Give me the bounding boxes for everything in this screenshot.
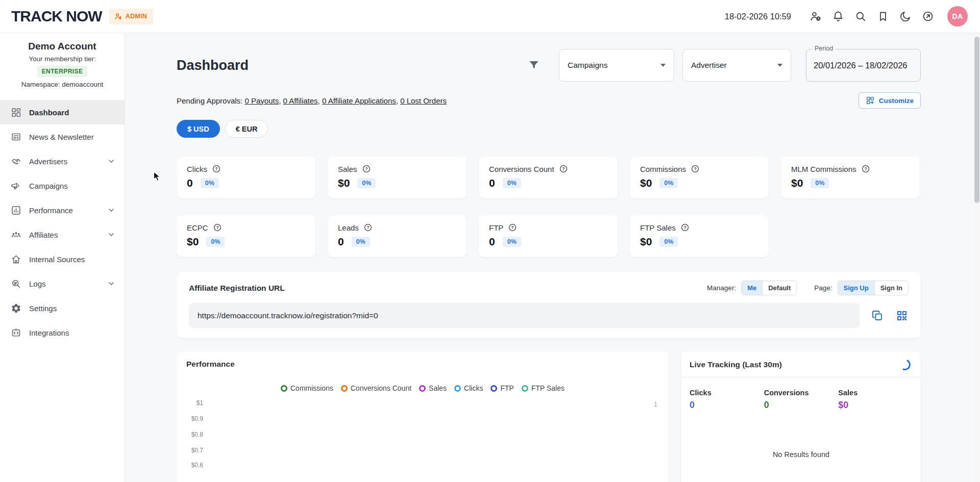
admin-badge-label: ADMIN: [126, 13, 147, 20]
sidebar-item-campaigns[interactable]: Campaigns: [0, 173, 125, 198]
filter-icon[interactable]: [527, 59, 541, 72]
svg-text:?: ?: [216, 225, 218, 230]
sidebar-item-performance[interactable]: Performance: [0, 198, 125, 222]
help-icon[interactable]: ?: [691, 164, 700, 173]
y-axis-tick: $1: [180, 399, 203, 407]
app-logo: TRACK NOW: [11, 8, 102, 25]
help-icon[interactable]: ?: [861, 164, 870, 173]
help-icon[interactable]: ?: [508, 223, 517, 232]
currency-usd-button[interactable]: $ USD: [177, 120, 220, 138]
sidebar-item-logs[interactable]: Logs: [0, 271, 125, 296]
legend-item-conversions-count[interactable]: Conversions Count: [341, 384, 411, 392]
stat-delta-badge: 0%: [811, 178, 829, 188]
registration-url-input[interactable]: [189, 303, 860, 328]
sidebar-item-news-newsletter[interactable]: News & Newsletter: [0, 124, 125, 149]
pending-link-lost-orders[interactable]: 0 Lost Orders: [400, 96, 447, 105]
stat-card-commissions: Commissions? $00%: [630, 157, 769, 198]
campaigns-select[interactable]: Campaigns: [559, 49, 674, 82]
svg-text:?: ?: [694, 167, 696, 171]
stat-label: MLM Commissions: [791, 165, 856, 173]
performance-card: Performance Commissions Conversions Coun…: [177, 351, 669, 482]
help-icon[interactable]: ?: [680, 223, 690, 232]
help-icon[interactable]: ?: [559, 164, 568, 173]
page-title: Dashboard: [177, 58, 527, 73]
stat-label: Leads: [338, 223, 359, 232]
stat-delta-badge: 0%: [503, 237, 521, 247]
sidebar-item-advertisers[interactable]: Advertisers: [0, 149, 125, 173]
account-name: Demo Account: [0, 41, 125, 52]
chevron-down-icon: [107, 206, 115, 214]
stat-delta-badge: 0%: [659, 237, 678, 247]
y-axis-tick: $0.8: [180, 431, 203, 438]
live-col-clicks: Clicks 0: [690, 389, 764, 411]
stat-value: $0: [640, 177, 652, 189]
admin-person-lock-icon: [114, 12, 122, 21]
sidebar-item-internal-sources[interactable]: Internal Sources: [0, 247, 125, 271]
sidebar-item-dashboard[interactable]: Dashboard: [0, 100, 125, 124]
caret-down-icon: [777, 64, 782, 67]
help-icon[interactable]: ?: [362, 164, 371, 173]
page-label: Page:: [814, 284, 832, 292]
help-icon[interactable]: ?: [212, 164, 221, 173]
bar-chart-icon: [10, 205, 21, 216]
qr-code-icon[interactable]: [895, 309, 909, 322]
language-icon[interactable]: [922, 10, 934, 22]
legend-item-sales[interactable]: Sales: [419, 384, 447, 392]
pending-link-affiliates[interactable]: 0 Affiliates: [283, 96, 318, 105]
manager-toggle: Me Default: [741, 281, 797, 295]
manager-me-option[interactable]: Me: [742, 281, 762, 295]
notifications-icon[interactable]: [832, 10, 844, 22]
currency-eur-button[interactable]: € EUR: [225, 120, 268, 138]
svg-text:?: ?: [562, 167, 565, 171]
svg-text:?: ?: [683, 225, 686, 230]
gear-icon: [10, 302, 21, 314]
handshake-icon: [10, 156, 21, 167]
pending-prefix: Pending Approvals:: [177, 96, 244, 105]
stat-card-ftp: FTP? 00%: [479, 215, 618, 257]
legend-item-commissions[interactable]: Commissions: [281, 384, 333, 392]
legend-item-ftp[interactable]: FTP: [491, 384, 513, 392]
sidebar-item-settings[interactable]: Settings: [0, 296, 125, 320]
stat-delta-badge: 0%: [659, 178, 678, 188]
legend-item-clicks[interactable]: Clicks: [454, 384, 483, 392]
bookmark-icon[interactable]: [877, 10, 889, 22]
performance-chart: $1 $0.9 $0.8 $0.7 $0.6 1: [177, 396, 669, 482]
page-signin-option[interactable]: Sign In: [874, 281, 908, 295]
advertiser-select[interactable]: Advertiser: [682, 49, 791, 82]
datetime: 18-02-2026 10:59: [725, 12, 791, 21]
manager-label: Manager:: [707, 284, 736, 292]
avatar[interactable]: DA: [947, 6, 968, 27]
stat-label: Clicks: [187, 165, 207, 173]
stat-value: 0: [489, 236, 495, 248]
copy-icon[interactable]: [871, 309, 884, 322]
legend-item-ftp-sales[interactable]: FTP Sales: [522, 384, 565, 392]
live-col-conversions: Conversions 0: [764, 389, 839, 411]
stat-value: 0: [489, 177, 495, 189]
sidebar-item-affiliates[interactable]: Affiliates: [0, 222, 125, 247]
pending-link-affiliate-applications[interactable]: 0 Affiliate Applications: [322, 96, 396, 105]
manager-default-option[interactable]: Default: [762, 281, 796, 295]
stat-card-leads: Leads? 00%: [328, 215, 467, 257]
logs-search-icon: [10, 278, 21, 289]
stat-value: 0: [338, 236, 344, 248]
page-signup-option[interactable]: Sign Up: [838, 281, 874, 295]
sidebar-item-integrations[interactable]: Integrations: [0, 320, 125, 345]
loading-spinner-icon: [898, 358, 912, 372]
chevron-down-icon: [107, 280, 115, 288]
stat-delta-badge: 0%: [206, 237, 225, 247]
svg-text:?: ?: [864, 167, 867, 171]
y-axis-tick: $0.7: [180, 447, 203, 454]
period-field[interactable]: Period 20/01/2026 – 18/02/2026: [806, 49, 921, 82]
help-icon[interactable]: ?: [213, 223, 222, 232]
manage-accounts-icon[interactable]: [810, 10, 822, 22]
stat-delta-badge: 0%: [503, 178, 521, 188]
dark-mode-icon[interactable]: [899, 10, 912, 22]
search-icon[interactable]: [854, 10, 867, 22]
scrollbar-thumb[interactable]: [974, 37, 979, 203]
help-icon[interactable]: ?: [363, 223, 373, 232]
pending-link-payouts[interactable]: 0 Payouts: [244, 96, 279, 105]
tier-badge: ENTERPRISE: [37, 66, 88, 77]
chevron-down-icon: [107, 231, 115, 239]
chart-legend: Commissions Conversions Count Sales Clic…: [177, 384, 669, 392]
customize-button[interactable]: Customize: [859, 92, 921, 109]
